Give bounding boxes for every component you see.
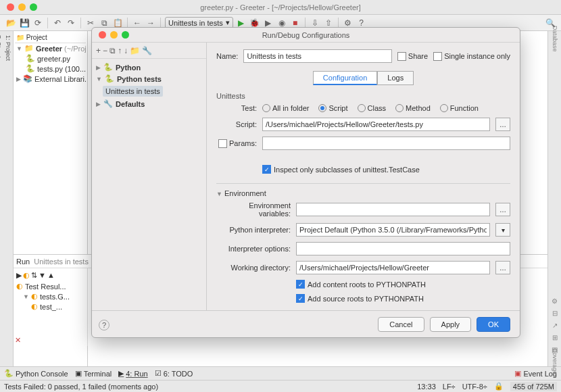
env-vars-input[interactable] xyxy=(296,203,490,216)
sort-icon[interactable]: ⇅ xyxy=(31,271,37,280)
workdir-input[interactable] xyxy=(296,261,490,274)
project-tab[interactable]: 📁 Project xyxy=(16,34,47,41)
tree-python[interactable]: ▶ 🐍 Python xyxy=(96,62,202,73)
script-input[interactable] xyxy=(262,118,490,131)
status-time: 13:33 xyxy=(417,383,436,391)
root-path: (~/Proj... xyxy=(64,45,86,53)
window-title: greeter.py - Greeter - [~/Projects/Hello… xyxy=(200,3,361,11)
project-tool-tab[interactable]: 1: Project xyxy=(3,31,13,366)
terminal-tab[interactable]: ▣Terminal xyxy=(75,369,112,378)
ok-button[interactable]: OK xyxy=(477,317,510,332)
tree-defaults[interactable]: ▶ 🔧 Defaults xyxy=(96,98,202,109)
add-source-roots-checkbox[interactable]: ✓ Add source roots to PYTHONPATH xyxy=(296,294,424,303)
database-tool-tab[interactable]: Database xyxy=(550,34,560,43)
down-icon[interactable]: ▼ xyxy=(39,271,46,280)
add-content-roots-checkbox[interactable]: ✓ Add content roots to PYTHONPATH xyxy=(296,280,426,289)
tree-ext-lib[interactable]: ▶ 📚 External Librari... xyxy=(15,74,86,84)
run-config-name[interactable]: Unittests in tests xyxy=(34,258,89,266)
dialog-zoom-icon[interactable] xyxy=(122,31,129,39)
tree-file[interactable]: 🐍 greeter.py xyxy=(15,53,86,64)
params-input[interactable] xyxy=(262,137,510,150)
config-toolbar: + − ⧉ ↑ ↓ 📁 🔧 xyxy=(92,43,206,59)
test-results-root[interactable]: ◐ Test Resul... xyxy=(15,281,86,291)
minimize-window-icon[interactable] xyxy=(18,3,26,11)
arrow-icon[interactable]: ↗ xyxy=(550,320,560,330)
todo-icon: ☑ xyxy=(155,369,162,378)
tree-config-selected[interactable]: Unittests in tests xyxy=(96,84,202,98)
interpreter-combo[interactable] xyxy=(296,223,490,237)
name-input[interactable] xyxy=(243,49,391,63)
lock-icon[interactable]: 🔒 xyxy=(494,382,504,391)
radio-script[interactable]: Script xyxy=(318,104,347,112)
fail-icon: ◐ xyxy=(16,282,23,291)
browse-env-button[interactable]: … xyxy=(495,203,510,216)
folder-icon[interactable]: 📁 xyxy=(130,46,140,55)
single-instance-checkbox[interactable]: Single instance only xyxy=(433,52,510,61)
tree-root[interactable]: ▼ 📁 Greeter (~/Proj... xyxy=(15,43,86,53)
open-icon[interactable]: 📂 xyxy=(5,18,16,28)
dialog-close-icon[interactable] xyxy=(99,31,106,39)
add-icon[interactable]: + xyxy=(96,46,101,55)
file-name: greeter.py xyxy=(37,55,70,63)
copy-config-icon[interactable]: ⧉ xyxy=(109,46,116,55)
coverage-tool-tab[interactable]: Coverage xyxy=(550,357,560,366)
status-memory[interactable]: 455 of 725M xyxy=(510,382,557,391)
title-bar: greeter.py - Greeter - [~/Projects/Hello… xyxy=(0,0,561,15)
remove-icon[interactable]: − xyxy=(103,46,107,55)
radio-function[interactable]: Function xyxy=(440,104,479,112)
test-type-radios: All in folder Script Class Method Functi… xyxy=(262,104,479,112)
collapse-icon[interactable]: ⊟ xyxy=(550,308,560,318)
config-tabs: Configuration Logs xyxy=(216,71,510,85)
dialog-help-button[interactable]: ? xyxy=(99,320,109,330)
radio-class[interactable]: Class xyxy=(358,104,387,112)
python-console-tab[interactable]: 🐍Python Console xyxy=(4,369,68,378)
apply-button[interactable]: Apply xyxy=(430,317,472,332)
fail-icon: ◐ xyxy=(31,302,38,311)
tab-configuration[interactable]: Configuration xyxy=(313,71,377,85)
down-icon[interactable]: ↓ xyxy=(124,46,128,55)
redo-icon[interactable]: ↷ xyxy=(66,18,76,28)
interp-opts-label: Interpreter options: xyxy=(216,245,291,253)
expand-icon: ▶ xyxy=(96,64,101,71)
interpreter-dropdown-button[interactable]: ▾ xyxy=(495,223,510,237)
up-icon[interactable]: ▲ xyxy=(47,271,55,280)
close-window-icon[interactable] xyxy=(7,3,14,11)
log-icon: ▣ xyxy=(514,369,521,378)
status-lf[interactable]: LF÷ xyxy=(443,383,456,391)
tree-file[interactable]: 🐍 tests.py (100... xyxy=(15,64,86,74)
radio-method[interactable]: Method xyxy=(395,104,431,112)
params-checkbox[interactable]: Params: xyxy=(216,139,257,148)
share-checkbox[interactable]: Share xyxy=(397,52,428,61)
expand-icon: ▶ xyxy=(96,101,101,107)
browse-workdir-button[interactable]: … xyxy=(495,261,510,274)
tab-logs[interactable]: Logs xyxy=(377,71,414,85)
checkbox-icon xyxy=(218,139,227,148)
test-class[interactable]: ▼ ◐ tests.G... xyxy=(15,291,86,301)
structure-tool-tab[interactable]: 7: Structure xyxy=(0,31,3,366)
zoom-window-icon[interactable] xyxy=(30,3,37,11)
rerun-icon[interactable]: ▶ xyxy=(16,271,22,280)
save-icon[interactable]: 💾 xyxy=(19,18,30,28)
radio-all-in-folder[interactable]: All in folder xyxy=(262,104,309,112)
cancel-button[interactable]: Cancel xyxy=(378,317,424,332)
status-encoding[interactable]: UTF-8÷ xyxy=(462,383,487,391)
undo-icon[interactable]: ↶ xyxy=(52,18,63,28)
browse-script-button[interactable]: … xyxy=(495,118,510,131)
expand-icon[interactable]: ⊞ xyxy=(550,333,560,342)
up-icon[interactable]: ↑ xyxy=(118,46,122,55)
todo-tab[interactable]: ☑6: TODO xyxy=(155,369,193,378)
gear-icon[interactable]: ⚙ xyxy=(550,296,560,305)
run-tab[interactable]: ▶4: Run xyxy=(118,369,147,378)
checkbox-icon xyxy=(433,52,442,61)
test-case[interactable]: ◐ test_... xyxy=(15,301,86,312)
toggle-icon[interactable]: ◐ xyxy=(23,271,30,280)
interp-opts-input[interactable] xyxy=(296,242,510,255)
refresh-icon[interactable]: ⟳ xyxy=(32,18,43,28)
test-case-label: test_... xyxy=(40,303,62,311)
wrench-icon[interactable]: 🔧 xyxy=(142,46,152,55)
lib-icon: 📚 xyxy=(23,74,32,83)
dialog-minimize-icon[interactable] xyxy=(110,31,118,39)
tree-python-tests[interactable]: ▼ 🐍 Python tests xyxy=(96,73,202,84)
close-icon[interactable]: ✕ xyxy=(15,336,21,345)
inspect-subclasses-checkbox[interactable]: ✓ Inspect only subclasses of unittest.Te… xyxy=(262,165,420,174)
